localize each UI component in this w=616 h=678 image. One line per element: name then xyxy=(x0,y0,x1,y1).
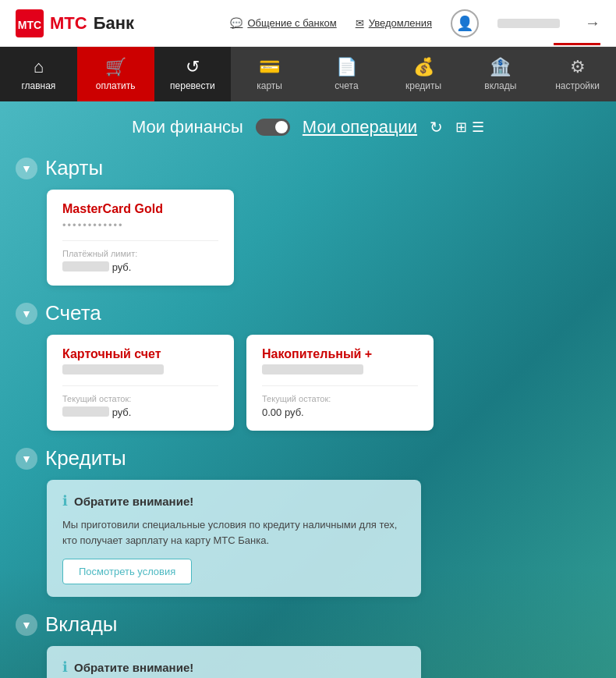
nav-label-transfer: перевести xyxy=(170,80,215,91)
deposits-info-box: ℹ Обратите внимание! Откройте вклад в ин… xyxy=(47,646,421,678)
deposits-chevron[interactable]: ▼ xyxy=(16,614,37,636)
nav-item-pay[interactable]: 🛒 оплатить xyxy=(77,47,154,101)
card-account-balance-label: Текущий остаток: xyxy=(62,394,218,403)
cards-nav-icon: 💳 xyxy=(259,57,280,77)
nav-label-credits: кредиты xyxy=(405,80,441,91)
view-icons-group: ⊞ ☰ xyxy=(455,119,484,136)
accounts-chevron[interactable]: ▼ xyxy=(16,303,37,325)
credits-info-title: Обратите внимание! xyxy=(74,495,193,508)
savings-number-blurred xyxy=(262,364,363,374)
list-view-icon[interactable]: ☰ xyxy=(472,119,484,136)
nav-item-credits[interactable]: 💰 кредиты xyxy=(385,47,462,101)
accounts-list: Карточный счет Текущий остаток: руб. Нак… xyxy=(47,335,600,431)
credits-info-button[interactable]: Посмотреть условия xyxy=(62,559,192,584)
transfer-icon: ↺ xyxy=(186,57,200,77)
deposits-section-header: ▼ Вклады xyxy=(16,612,600,637)
nav-label-pay: оплатить xyxy=(96,80,136,91)
chat-link[interactable]: 💬 Общение с банком xyxy=(230,17,336,29)
mts-logo-icon: МТС xyxy=(16,9,44,37)
savings-account-widget[interactable]: Накопительный + Текущий остаток: 0.00 ру… xyxy=(246,335,434,431)
card-account-widget[interactable]: Карточный счет Текущий остаток: руб. xyxy=(47,335,234,431)
card-divider xyxy=(62,240,218,241)
savings-account-divider xyxy=(262,385,418,386)
card-limit-value: руб. xyxy=(62,261,218,273)
finances-label: Мои финансы xyxy=(132,117,243,137)
card-account-balance-value: руб. xyxy=(62,406,218,418)
savings-currency: руб. xyxy=(285,406,304,418)
deposits-section-title: Вклады xyxy=(45,612,118,637)
credits-section-header: ▼ Кредиты xyxy=(16,446,600,470)
card-account-title: Карточный счет xyxy=(62,347,218,361)
nav-label-cards: карты xyxy=(257,80,282,91)
chat-icon: 💬 xyxy=(230,17,243,29)
credits-info-icon: ℹ xyxy=(62,492,68,509)
nav-label-home: главная xyxy=(21,80,55,91)
navbar: ⌂ главная 🛒 оплатить ↺ перевести 💳 карты… xyxy=(0,47,616,101)
header-red-underline xyxy=(554,43,600,45)
savings-balance-label: Текущий остаток: xyxy=(262,394,418,403)
main-content: Мои финансы Мои операции ↻ ⊞ ☰ ▼ Карты M… xyxy=(0,101,616,678)
exit-button[interactable]: → xyxy=(585,14,600,32)
savings-account-number xyxy=(262,364,418,376)
nav-item-home[interactable]: ⌂ главная xyxy=(0,47,77,101)
nav-label-accounts: счета xyxy=(335,80,358,91)
cards-section-title: Карты xyxy=(45,156,103,180)
logo-bank-text: Банк xyxy=(94,13,134,34)
nav-item-transfer[interactable]: ↺ перевести xyxy=(154,47,232,101)
savings-balance-amount: 0.00 xyxy=(262,406,281,418)
avatar: 👤 xyxy=(451,9,479,37)
nav-item-deposits[interactable]: 🏦 вклады xyxy=(462,47,540,101)
nav-item-accounts[interactable]: 📄 счета xyxy=(308,47,385,101)
accounts-section-header: ▼ Счета xyxy=(16,301,600,325)
credits-info-text: Мы приготовили специальные условия по кр… xyxy=(62,517,405,548)
account-number-blurred xyxy=(62,364,164,374)
accounts-section: ▼ Счета Карточный счет Текущий остаток: … xyxy=(16,301,600,431)
deposits-info-header: ℹ Обратите внимание! xyxy=(62,658,405,676)
card-limit-blurred xyxy=(62,261,109,272)
cards-list: MasterCard Gold •••••••••••• Платёжный л… xyxy=(47,190,600,286)
chat-label: Общение с банком xyxy=(247,17,336,29)
view-toggle-switch[interactable] xyxy=(256,119,290,136)
svg-text:МТС: МТС xyxy=(18,19,41,31)
deposits-section: ▼ Вклады ℹ Обратите внимание! Откройте в… xyxy=(16,612,600,678)
mail-icon: ✉ xyxy=(356,17,364,29)
savings-balance-value: 0.00 руб. xyxy=(262,406,418,418)
card-number: •••••••••••• xyxy=(62,219,218,231)
credits-section-title: Кредиты xyxy=(45,446,126,470)
card-account-number xyxy=(62,364,218,376)
credits-info-header: ℹ Обратите внимание! xyxy=(62,492,405,509)
refresh-icon[interactable]: ↻ xyxy=(430,118,443,137)
grid-view-icon[interactable]: ⊞ xyxy=(455,119,467,136)
card-title: MasterCard Gold xyxy=(62,202,218,216)
nav-item-cards[interactable]: 💳 карты xyxy=(231,47,308,101)
nav-item-settings[interactable]: ⚙ настройки xyxy=(539,47,616,101)
credits-section: ▼ Кредиты ℹ Обратите внимание! Мы пригот… xyxy=(16,446,600,597)
card-account-divider xyxy=(62,385,218,386)
card-limit-currency: руб. xyxy=(112,261,132,273)
home-icon: ⌂ xyxy=(34,57,44,77)
deposits-info-icon: ℹ xyxy=(62,658,68,676)
username-placeholder xyxy=(497,19,560,28)
mastercard-gold-widget[interactable]: MasterCard Gold •••••••••••• Платёжный л… xyxy=(47,190,234,286)
person-icon: 👤 xyxy=(456,15,473,32)
deposits-nav-icon: 🏦 xyxy=(490,57,511,77)
settings-nav-icon: ⚙ xyxy=(570,57,586,77)
deposits-info-title: Обратите внимание! xyxy=(74,661,193,674)
credits-nav-icon: 💰 xyxy=(413,57,434,77)
operations-label[interactable]: Мои операции xyxy=(303,117,417,137)
pay-icon: 🛒 xyxy=(105,57,126,77)
notifications-link[interactable]: ✉ Уведомления xyxy=(356,17,432,29)
logo-mts-text: МТС xyxy=(50,13,87,34)
savings-account-title: Накопительный + xyxy=(262,347,418,361)
card-account-currency: руб. xyxy=(112,406,132,418)
nav-label-settings: настройки xyxy=(555,80,600,91)
cards-chevron[interactable]: ▼ xyxy=(16,158,37,179)
credits-chevron[interactable]: ▼ xyxy=(16,448,37,470)
notifications-label: Уведомления xyxy=(369,17,432,29)
header-nav: 💬 Общение с банком ✉ Уведомления 👤 → xyxy=(230,9,600,37)
cards-section-header: ▼ Карты xyxy=(16,156,600,180)
nav-label-deposits: вклады xyxy=(484,80,516,91)
logo: МТС МТС Банк xyxy=(16,9,134,37)
credits-info-box: ℹ Обратите внимание! Мы приготовили спец… xyxy=(47,480,421,597)
view-toggle-row: Мои финансы Мои операции ↻ ⊞ ☰ xyxy=(16,117,600,137)
